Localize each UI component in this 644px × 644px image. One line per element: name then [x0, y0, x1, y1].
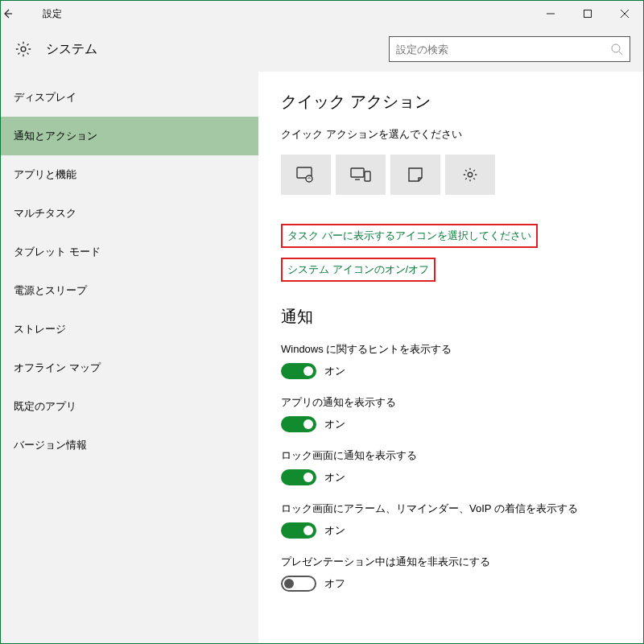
search-input[interactable] [396, 43, 610, 56]
sidebar-item-label: 既定のアプリ [14, 399, 76, 414]
quick-actions-subtitle: クイック アクションを選んでください [281, 127, 621, 142]
sidebar-item-tablet[interactable]: タブレット モード [1, 233, 258, 271]
toggle-windows-tips[interactable] [281, 363, 316, 379]
toggle-presentation-mode[interactable] [281, 576, 316, 592]
minimize-button[interactable] [532, 1, 569, 27]
content-pane: クイック アクション クイック アクションを選んでください タスク バーに表示す… [258, 72, 643, 644]
quick-action-tablet-mode[interactable] [281, 155, 331, 195]
sidebar-item-label: 通知とアクション [14, 129, 97, 143]
sidebar-item-default-apps[interactable]: 既定のアプリ [1, 387, 258, 426]
toggle-state: オン [324, 364, 345, 378]
toggle-lockscreen-alarms[interactable] [281, 522, 316, 539]
notifications-heading: 通知 [281, 306, 621, 328]
toggle-state: オン [324, 470, 345, 485]
sidebar-item-notifications[interactable]: 通知とアクション [1, 117, 258, 155]
quick-action-all-settings[interactable] [445, 155, 495, 195]
sidebar-item-power[interactable]: 電源とスリープ [1, 271, 258, 310]
toggle-label: Windows に関するヒントを表示する [281, 342, 621, 357]
quick-action-note[interactable] [390, 155, 440, 195]
sidebar-item-about[interactable]: バージョン情報 [1, 426, 258, 464]
svg-point-5 [612, 44, 620, 52]
svg-line-6 [619, 52, 622, 55]
quick-action-connect[interactable] [336, 155, 386, 195]
sidebar-item-label: ストレージ [14, 322, 66, 336]
toggle-lockscreen-notifications[interactable] [281, 469, 316, 485]
toggle-label: アプリの通知を表示する [281, 395, 621, 410]
sidebar-item-label: アプリと機能 [14, 167, 76, 182]
settings-gear-icon [14, 39, 33, 59]
svg-point-4 [21, 47, 26, 52]
sidebar-item-label: オフライン マップ [14, 361, 101, 375]
sidebar-item-label: バージョン情報 [14, 438, 87, 452]
sidebar-item-multitask[interactable]: マルチタスク [1, 194, 258, 233]
close-button[interactable] [606, 1, 643, 27]
sidebar-item-label: 電源とスリープ [14, 283, 87, 298]
svg-point-8 [306, 175, 312, 182]
sidebar-item-label: マルチタスク [14, 206, 76, 221]
toggle-state: オン [324, 523, 345, 538]
toggle-state: オフ [324, 576, 345, 591]
svg-point-12 [468, 172, 473, 177]
search-box[interactable] [389, 36, 630, 62]
toggle-label: ロック画面に通知を表示する [281, 448, 621, 463]
sidebar-item-storage[interactable]: ストレージ [1, 310, 258, 349]
svg-rect-9 [351, 168, 364, 177]
system-icons-link[interactable]: システム アイコンのオン/オフ [283, 259, 434, 280]
svg-rect-1 [584, 10, 592, 18]
toggle-app-notifications[interactable] [281, 416, 316, 432]
sidebar-item-label: タブレット モード [14, 245, 101, 259]
sidebar: ディスプレイ 通知とアクション アプリと機能 マルチタスク タブレット モード … [1, 72, 258, 644]
sidebar-item-label: ディスプレイ [14, 90, 76, 105]
toggle-state: オン [324, 417, 345, 431]
sidebar-item-apps[interactable]: アプリと機能 [1, 155, 258, 194]
window-title: 設定 [39, 7, 62, 21]
toggle-label: プレゼンテーション中は通知を非表示にする [281, 555, 621, 569]
svg-rect-11 [365, 171, 370, 181]
sidebar-item-display[interactable]: ディスプレイ [1, 78, 258, 117]
maximize-button[interactable] [569, 1, 606, 27]
taskbar-icons-link[interactable]: タスク バーに表示するアイコンを選択してください [283, 225, 536, 246]
page-heading: システム [46, 41, 97, 58]
back-button[interactable] [1, 7, 39, 20]
search-icon [610, 43, 623, 56]
sidebar-item-maps[interactable]: オフライン マップ [1, 349, 258, 387]
toggle-label: ロック画面にアラーム、リマインダー、VoIP の着信を表示する [281, 502, 621, 516]
quick-actions-heading: クイック アクション [281, 91, 621, 113]
